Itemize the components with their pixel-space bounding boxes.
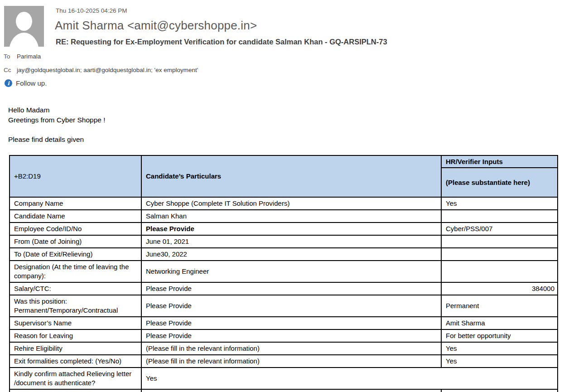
followup-text: Follow up.	[16, 79, 47, 87]
row-particulars-cell: (Please fill in the relevant information…	[141, 342, 441, 355]
row-particulars-cell: Salman Khan	[141, 210, 441, 223]
row-particulars-cell: Yes	[141, 368, 558, 389]
row-particulars-cell: June30, 2022	[141, 248, 441, 261]
row-hr-input-cell: Yes	[441, 197, 558, 210]
row-label-cell: Supervisor’s Name	[10, 317, 141, 329]
row-particulars-cell: (Please fill in the relevant information…	[141, 355, 441, 368]
row-hr-input-cell: Permanent	[441, 295, 558, 317]
table-row: Employee Code/ID/NoPlease ProvideCyber/P…	[10, 223, 558, 235]
row-hr-input-cell: Yes	[441, 355, 558, 368]
row-hr-input-cell	[441, 235, 558, 248]
row-particulars-cell: Please Provide	[141, 317, 441, 329]
row-particulars-cell: Networking Engineer	[141, 261, 441, 282]
table-row: Kindly confirm attached Relieving letter…	[10, 368, 558, 389]
avatar-person-shoulders	[9, 33, 39, 47]
row-hr-input-cell: Cyber/PSS/007	[441, 223, 558, 235]
table-row: Candidate NameSalman Khan	[10, 210, 558, 223]
row-hr-input-cell: For better opportunity	[441, 329, 558, 342]
message-subject: RE: Requesting for Ex-Employment Verific…	[56, 38, 387, 46]
to-row: ToParimala	[4, 53, 41, 60]
row-label-cell: Rehire Eligibility	[10, 342, 141, 355]
row-label-cell: From (Date of Joining)	[10, 235, 141, 248]
sender-avatar[interactable]	[4, 6, 44, 47]
cc-row: Ccjay@goldquestglobal.in; aarti@goldques…	[4, 67, 198, 73]
row-particulars-cell: Cyber Shoppe (Complete IT Solution Provi…	[141, 197, 441, 210]
followup-banner: i Follow up.	[5, 79, 47, 87]
row-label-cell: Designation (At the time of leaving the …	[10, 261, 141, 282]
table-row: Company NameCyber Shoppe (Complete IT So…	[10, 197, 558, 210]
row-hr-input-cell	[441, 248, 558, 261]
body-line	[8, 125, 106, 135]
row-label-cell: Reason for Leaving	[10, 329, 141, 342]
table-row: From (Date of Joining)June 01, 2021	[10, 235, 558, 248]
verification-table-body: +B2:D19 Candidate’s Particulars HR/Verif…	[10, 155, 558, 392]
table-row: Was this position: Permanent/Temporary/C…	[10, 295, 558, 317]
row-label-cell: Salary/CTC:	[10, 282, 141, 295]
header-cell-please-substantiate: (Please substantiate here)	[441, 168, 558, 197]
table-row: Reason for LeavingPlease ProvideFor bett…	[10, 329, 558, 342]
verification-table: +B2:D19 Candidate’s Particulars HR/Verif…	[9, 155, 558, 392]
row-particulars-cell: Please Provide	[141, 282, 441, 295]
row-label-cell: Company Name	[10, 197, 141, 210]
row-label-cell: Candidate Name	[10, 210, 141, 223]
row-label-cell: To (Date of Exit/Relieving)	[10, 248, 141, 261]
cc-label: Cc	[4, 67, 17, 73]
row-label-cell: Employee Code/ID/No	[10, 223, 141, 235]
header-cell-b2d19: +B2:D19	[10, 155, 141, 197]
body-line: Please find details given	[8, 135, 106, 145]
table-row: To (Date of Exit/Relieving)June30, 2022	[10, 248, 558, 261]
table-row: Designation (At the time of leaving the …	[10, 261, 558, 282]
body-line: Greetings from Cyber Shoppe !	[8, 115, 106, 125]
row-hr-input-cell	[441, 261, 558, 282]
to-recipient[interactable]: Parimala	[17, 53, 41, 60]
table-row: Supervisor’s NamePlease ProvideAmit Shar…	[10, 317, 558, 329]
row-particulars-cell	[141, 389, 441, 392]
body-line: Hello Madam	[8, 105, 106, 115]
row-particulars-cell: Please Provide	[141, 223, 441, 235]
row-hr-input-cell	[441, 389, 558, 392]
verification-table-wrap: +B2:D19 Candidate’s Particulars HR/Verif…	[9, 155, 558, 392]
row-label-cell: Was this position: Permanent/Temporary/C…	[10, 295, 141, 317]
info-icon: i	[5, 79, 12, 87]
row-particulars-cell: June 01, 2021	[141, 235, 441, 248]
row-hr-input-cell	[441, 210, 558, 223]
row-hr-input-cell: 384000	[441, 282, 558, 295]
header-cell-hr-verifier-inputs: HR/Verifier Inputs	[441, 155, 558, 168]
message-body: Hello MadamGreetings from Cyber Shoppe !…	[8, 105, 106, 145]
row-hr-input-cell: Amit Sharma	[441, 317, 558, 329]
row-label-cell	[10, 389, 141, 392]
header-cell-candidates-particulars: Candidate’s Particulars	[141, 155, 441, 197]
row-hr-input-cell: Yes	[441, 342, 558, 355]
email-reading-pane: Thu 16-10-2025 04:26 PM Amit Sharma <ami…	[0, 0, 564, 392]
row-label-cell: Exit formalities completed: (Yes/No)	[10, 355, 141, 368]
cc-recipients[interactable]: jay@goldquestglobal.in; aarti@goldquestg…	[17, 67, 198, 73]
avatar-person-icon	[16, 12, 32, 31]
to-label: To	[4, 53, 17, 60]
row-label-cell: Kindly confirm attached Relieving letter…	[10, 368, 141, 389]
table-header-row-1: +B2:D19 Candidate’s Particulars HR/Verif…	[10, 155, 558, 168]
row-particulars-cell: Please Provide	[141, 295, 441, 317]
sender-name-email[interactable]: Amit Sharma <amit@cybershoppe.in>	[55, 19, 257, 33]
table-row: Rehire Eligibility(Please fill in the re…	[10, 342, 558, 355]
row-particulars-cell: Please Provide	[141, 329, 441, 342]
table-row: Salary/CTC:Please Provide384000	[10, 282, 558, 295]
message-timestamp: Thu 16-10-2025 04:26 PM	[56, 7, 127, 14]
table-row: Exit formalities completed: (Yes/No)(Ple…	[10, 355, 558, 368]
table-row	[10, 389, 558, 392]
